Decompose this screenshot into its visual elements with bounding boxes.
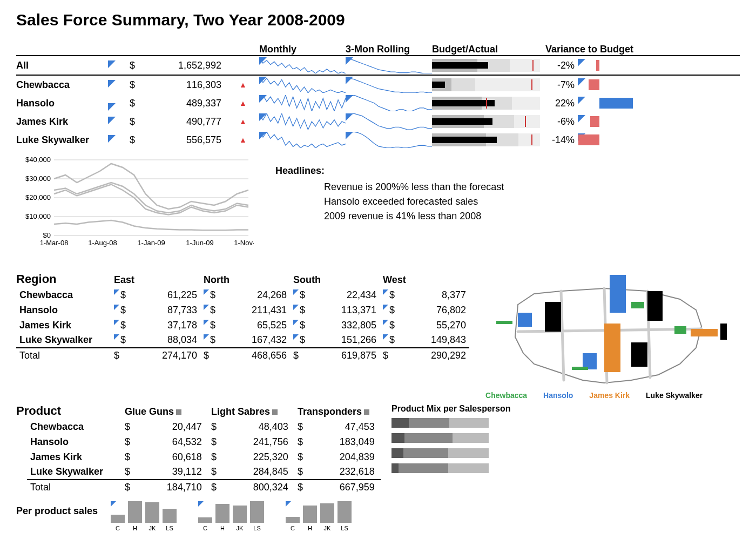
svg-text:$30,000: $30,000	[25, 174, 51, 183]
map-bar	[610, 275, 626, 313]
row-value: 490,777	[140, 116, 227, 127]
budget-bullet	[432, 78, 540, 91]
legend-hansolo: Hansolo	[543, 391, 573, 400]
legend-luke: Luke Skywalker	[646, 391, 703, 400]
page-title: Sales Force Summary, Two Year 2008-2009	[16, 11, 740, 29]
currency-symbol: $	[130, 60, 140, 71]
row-icon	[108, 117, 130, 126]
trend-linechart: $0$10,000$20,000$30,000$40,0001-Mar-081-…	[16, 154, 254, 256]
svg-text:$0: $0	[43, 231, 51, 239]
monthly-sparkline	[259, 57, 346, 73]
headline-3: 2009 revenue is 41% less than 2008	[324, 209, 504, 224]
variance-bar	[578, 59, 653, 72]
row-icon	[108, 135, 130, 145]
monthly-sparkline	[259, 113, 346, 130]
map-bar	[674, 326, 686, 334]
svg-text:1-Aug-08: 1-Aug-08	[88, 239, 117, 247]
budget-bullet	[432, 115, 540, 128]
variance-bar	[578, 78, 653, 91]
row-value: 1,652,992	[140, 60, 227, 71]
svg-text:$40,000: $40,000	[25, 157, 51, 164]
svg-text:1-Jun-09: 1-Jun-09	[186, 239, 213, 247]
summary-row: Luke Skywalker $ 556,575 ▲ -14%	[16, 131, 740, 149]
mix-bar	[392, 448, 489, 458]
row-name: James Kirk	[16, 116, 108, 127]
variance-bar	[578, 115, 653, 128]
per-product-bars: CHJKLS	[111, 501, 177, 523]
svg-text:1-Mar-08: 1-Mar-08	[40, 239, 69, 247]
svg-text:$20,000: $20,000	[25, 193, 51, 201]
row-name: Chewbacca	[16, 79, 108, 91]
variance-label: -6%	[545, 116, 578, 127]
row-name: Hansolo	[16, 98, 108, 109]
variance-label: -2%	[545, 60, 578, 71]
svg-text:1-Nov-09: 1-Nov-09	[234, 239, 254, 247]
headlines-title: Headlines:	[275, 165, 504, 177]
svg-text:1-Jan-09: 1-Jan-09	[137, 239, 165, 247]
row-name: Luke Skywalker	[16, 134, 108, 146]
mix-bar	[392, 433, 489, 443]
map-bar	[604, 324, 620, 372]
map-bar	[691, 329, 718, 336]
currency-symbol: $	[130, 79, 140, 91]
budget-bullet	[432, 97, 540, 110]
region-table: EastNorthSouthWestChewbacca$61,225$24,26…	[16, 272, 469, 363]
summary-header: Monthly 3-Mon Rolling Budget/Actual Vari…	[16, 40, 740, 55]
row-icon	[108, 60, 130, 70]
row-icon	[108, 80, 130, 90]
alert-icon: ▲	[239, 99, 247, 107]
rolling-sparkline	[346, 95, 432, 111]
col-budget: Budget/Actual	[432, 44, 545, 55]
per-product-title: Per product sales	[16, 506, 111, 517]
per-product-bars: CHJKLS	[198, 501, 264, 523]
map-bar	[631, 302, 644, 308]
product-table: Glue GunsLight SabresTranspondersChewbac…	[27, 404, 381, 495]
col-rolling: 3-Mon Rolling	[346, 44, 432, 55]
variance-bar	[578, 97, 653, 110]
col-monthly: Monthly	[259, 44, 346, 55]
headline-1: Revenue is 200%% less than the forecast	[324, 180, 504, 194]
col-variance: Variance to Budget	[545, 44, 653, 55]
per-product-bars: CHJKLS	[286, 501, 352, 523]
product-mix-title: Product Mix per Salesperson	[392, 404, 511, 414]
mix-bar	[392, 418, 489, 428]
rolling-sparkline	[346, 77, 432, 93]
variance-label: -7%	[545, 79, 578, 91]
variance-bar	[578, 133, 653, 146]
summary-row: James Kirk $ 490,777 ▲ -6%	[16, 112, 740, 131]
row-value: 489,337	[140, 98, 227, 109]
map-bar	[572, 367, 588, 370]
map-bar	[647, 291, 663, 321]
monthly-sparkline	[259, 95, 346, 111]
mix-bar	[392, 463, 489, 473]
map-bar	[631, 342, 647, 367]
monthly-sparkline	[259, 132, 346, 148]
rolling-sparkline	[346, 113, 432, 130]
summary-row: Chewbacca $ 116,303 ▲ -7%	[16, 76, 740, 94]
rolling-sparkline	[346, 132, 432, 148]
map-bar	[496, 321, 512, 324]
svg-text:$10,000: $10,000	[25, 212, 51, 220]
headline-2: Hansolo exceeded forecasted sales	[324, 194, 504, 209]
summary-row: Hansolo $ 489,337 ▲ 22%	[16, 94, 740, 112]
currency-symbol: $	[130, 134, 140, 146]
map-chart: Chewbacca Hansolo James Kirk Luke Skywal…	[496, 272, 723, 388]
monthly-sparkline	[259, 77, 346, 93]
alert-icon: ▲	[239, 80, 247, 89]
map-bar	[545, 302, 561, 332]
legend-chewbacca: Chewbacca	[485, 391, 527, 400]
summary-row: All $ 1,652,992 -2%	[16, 56, 740, 75]
row-value: 116,303	[140, 79, 227, 91]
rolling-sparkline	[346, 57, 432, 73]
row-value: 556,575	[140, 134, 227, 146]
alert-icon: ▲	[239, 136, 247, 144]
variance-label: 22%	[545, 98, 578, 109]
legend-jameskirk: James Kirk	[589, 391, 630, 400]
budget-bullet	[432, 133, 540, 146]
currency-symbol: $	[130, 98, 140, 109]
row-name: All	[16, 60, 108, 71]
alert-icon: ▲	[239, 117, 247, 126]
map-bar	[518, 313, 532, 327]
map-bar	[720, 324, 727, 340]
budget-bullet	[432, 59, 540, 72]
